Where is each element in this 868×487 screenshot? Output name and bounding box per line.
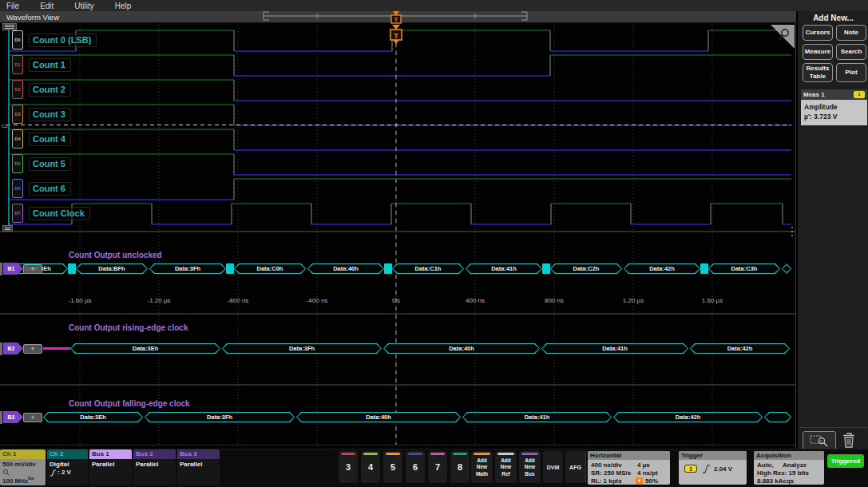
section-scroll-strip-3[interactable] [0, 411, 2, 424]
channel-3-button[interactable]: 3 [339, 451, 358, 483]
b1-label: Count Output unclocked [69, 251, 162, 259]
channel-label-d4[interactable]: D4Count 4 [12, 129, 71, 148]
d2-badge[interactable]: D2 [12, 80, 23, 99]
b1-segment-8: Data:C1h [392, 263, 464, 274]
section-scroll-strip-1[interactable] [0, 263, 2, 275]
channel-label-d5[interactable]: D5Count 5 [12, 154, 71, 173]
d5-badge[interactable]: D5 [12, 154, 23, 173]
add-new-plot-button[interactable]: Plot [836, 63, 866, 82]
bottom-bar: Ch 1500 mV/div100 MHzBwCh 2Digital: 2 VB… [0, 449, 868, 487]
channel-4-button[interactable]: 4 [361, 451, 380, 483]
add-new-cursors-button[interactable]: Cursors [803, 25, 833, 41]
d3-badge[interactable]: D3 [12, 105, 23, 124]
menu-item-help[interactable]: Help [115, 2, 132, 10]
dvm-button[interactable]: DVM [543, 451, 563, 483]
waveform-view-tab[interactable]: Waveform View [0, 11, 796, 23]
meas1-panel[interactable]: Meas 1 1 Amplitude µ': 3.723 V [801, 89, 867, 125]
channel-label-d0[interactable]: D0Count 0 (LSB) [12, 30, 97, 49]
d7-badge[interactable]: D7 [12, 204, 23, 223]
bus2-badge-body: Parallel [133, 459, 176, 485]
channel-7-color-strip [430, 453, 445, 455]
add-new-ref-button-strip [497, 453, 514, 455]
channel-label-d3[interactable]: D3Count 3 [12, 105, 71, 124]
d4-badge[interactable]: D4 [12, 129, 23, 148]
section-scroll-strip-2[interactable] [0, 342, 2, 355]
add-new-math-button[interactable]: AddNewMath [471, 451, 493, 483]
bus3-line1: Parallel [180, 461, 217, 469]
horizontal-sample-rate: SR: 250 MS/s [591, 469, 631, 477]
b2-expand-button[interactable]: + [23, 344, 42, 354]
menu-item-utility[interactable]: Utility [74, 2, 93, 10]
channel-6-button[interactable]: 6 [406, 451, 425, 483]
trigger-panel[interactable]: Trigger 1 2.04 V [679, 451, 747, 485]
add-new-bus-button[interactable]: AddNewBus [519, 451, 541, 483]
menu-item-edit[interactable]: Edit [40, 2, 54, 10]
bus1-badge[interactable]: Bus 1Parallel [89, 449, 132, 485]
bus3-badge-title: Bus 3 [177, 449, 220, 459]
add-new-measure-button[interactable]: Measure [803, 44, 833, 60]
horizontal-position: 50% [645, 477, 658, 485]
channel-7-button[interactable]: 7 [428, 451, 447, 483]
ch1-badge-title: Ch 1 [0, 449, 46, 459]
digital-group-handle-bottom[interactable] [2, 225, 13, 232]
bus2-line1: Parallel [136, 461, 173, 469]
add-new-results-table-button[interactable]: Results Table [803, 63, 833, 82]
add-new-ref-button[interactable]: AddNewRef [495, 451, 517, 483]
splitter-handle[interactable] [791, 227, 793, 236]
horizontal-record-length: RL: 1 kpts [591, 477, 622, 485]
b2-segment-value-5: Data:42h [691, 344, 789, 353]
b3-segment-3: Data:41h [462, 412, 612, 422]
triggered-status: Triggered [827, 454, 864, 468]
afg-button[interactable]: AFG [565, 451, 585, 483]
b3-segment-value-3: Data:41h [463, 413, 611, 422]
b3-segment-1: Data:3Fh [145, 412, 295, 422]
time-axis-label-1: -1.20 µs [147, 297, 170, 304]
waveform-view-tab-label: Waveform View [6, 13, 59, 22]
digital-group-handle[interactable] [2, 23, 17, 30]
channel-label-d6[interactable]: D6Count 6 [12, 179, 71, 198]
d3-name: Count 3 [29, 108, 71, 121]
channel-5-button[interactable]: 5 [383, 451, 402, 483]
zoom-box-button[interactable] [803, 431, 836, 450]
b3-expand-button[interactable]: + [23, 413, 42, 422]
b2-segment-value-1: Data:3Eh [71, 344, 220, 353]
b2-segment-1: Data:3Eh [70, 343, 220, 354]
acquisition-mode: Auto, [757, 461, 773, 469]
b1-segment-value-12: Data:42h [624, 264, 700, 273]
delete-button[interactable] [839, 430, 858, 449]
channel-8-button[interactable]: 8 [450, 451, 470, 483]
triggered-label: Triggered [831, 457, 860, 465]
meas1-title: Meas 1 [803, 91, 825, 98]
bus3-badge[interactable]: Bus 3Parallel [177, 449, 220, 485]
b3-segment-4: Data:42h [613, 412, 763, 422]
b1-segment-6: Data:40h [307, 263, 384, 274]
d0-badge[interactable]: D0 [12, 30, 23, 49]
waveform-area[interactable]: C2 D0Count 0 (LSB)D1Count 1D2Count 2D3Co… [0, 23, 796, 445]
ch1-badge[interactable]: Ch 1500 mV/div100 MHzBw [0, 449, 46, 485]
rising-edge-icon [702, 465, 711, 473]
add-new-note-button[interactable]: Note [836, 25, 866, 41]
channel-3-color-strip [341, 453, 355, 455]
b1-expand-button[interactable]: + [23, 264, 42, 274]
acquisition-panel[interactable]: Acquisition Auto, Analyze High Res: 15 b… [754, 451, 824, 485]
b1-transition-4 [226, 263, 234, 274]
ch2-badge[interactable]: Ch 2Digital: 2 V [47, 449, 88, 485]
b1-transition-13 [700, 263, 708, 274]
ch2-badge-title: Ch 2 [47, 449, 88, 459]
bus2-badge[interactable]: Bus 2Parallel [133, 449, 176, 485]
horizontal-scale: 400 ns/div [591, 461, 622, 469]
expansion-point-icon: ▾ [636, 477, 643, 485]
channel-label-d7[interactable]: D7Count Clock [12, 204, 90, 223]
b1-segment-value-6: Data:40h [308, 264, 383, 273]
channel-8-label: 8 [450, 462, 470, 472]
add-new-search-button[interactable]: Search [836, 44, 866, 60]
time-axis-label-8: 1.60 µs [702, 297, 723, 304]
d1-badge[interactable]: D1 [12, 55, 23, 74]
ch2-line2: : 2 V [57, 469, 71, 477]
horizontal-panel[interactable]: Horizontal 400 ns/div 4 µs SR: 250 MS/s … [588, 451, 670, 485]
channel-label-d1[interactable]: D1Count 1 [12, 55, 71, 74]
bandwidth-icon: Bw [28, 476, 34, 481]
channel-label-d2[interactable]: D2Count 2 [12, 80, 71, 99]
menu-item-file[interactable]: File [6, 2, 19, 10]
d6-badge[interactable]: D6 [12, 179, 23, 198]
